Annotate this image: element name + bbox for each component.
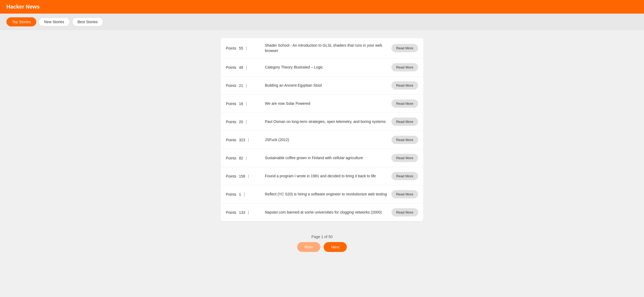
story-divider: | xyxy=(246,65,247,70)
story-points: 20 xyxy=(239,120,243,124)
story-points: 21 xyxy=(239,83,243,88)
story-row: Points 20 | Paul Osman on long-term stra… xyxy=(221,113,423,131)
story-title: Napster.com banned at some universities … xyxy=(261,210,391,215)
read-more-button[interactable]: Read More xyxy=(391,190,418,198)
story-points: 82 xyxy=(239,156,243,160)
app-header: Hacker News xyxy=(0,0,644,14)
story-title: JSFuck (2012) xyxy=(261,137,391,143)
story-row: Points 55 | Shader School - An introduct… xyxy=(221,38,423,58)
story-row: Points 1 | Reflect (YC S20) is hiring a … xyxy=(221,185,423,203)
read-more-button[interactable]: Read More xyxy=(391,63,418,71)
story-points: 49 xyxy=(239,65,243,70)
read-more-button[interactable]: Read More xyxy=(391,44,418,52)
read-more-button[interactable]: Read More xyxy=(391,118,418,126)
story-row: Points 158 | Found a program I wrote in … xyxy=(221,167,423,185)
story-points: 55 xyxy=(239,46,243,50)
story-meta: Points 20 | xyxy=(226,119,261,124)
story-title: Paul Osman on long-term strategies, open… xyxy=(261,119,391,125)
story-title: We are now Solar Powered xyxy=(261,101,391,106)
story-points: 323 xyxy=(239,138,245,142)
app-title: Hacker News xyxy=(6,4,40,10)
story-divider: | xyxy=(246,119,247,124)
story-row: Points 133 | Napster.com banned at some … xyxy=(221,203,423,221)
read-more-button[interactable]: Read More xyxy=(391,208,418,216)
story-title: Shader School - An introduction to GLSL … xyxy=(261,43,391,53)
story-title: Category Theory Illustrated – Logic xyxy=(261,65,391,70)
prev-button[interactable]: Prev xyxy=(297,242,320,252)
story-meta: Points 323 | xyxy=(226,138,261,142)
pagination-section: Page 1 of 50 Prev Next xyxy=(0,229,644,257)
story-divider: | xyxy=(246,83,247,88)
tab-top-stories[interactable]: Top Stories xyxy=(6,17,36,26)
story-points-label: Points xyxy=(226,192,236,196)
story-points: 158 xyxy=(239,174,245,178)
story-meta: Points 49 | xyxy=(226,65,261,70)
next-button[interactable]: Next xyxy=(324,242,347,252)
story-title: Sustainable coffee grown in Finland with… xyxy=(261,155,391,161)
pagination-buttons: Prev Next xyxy=(297,242,347,252)
read-more-button[interactable]: Read More xyxy=(391,81,418,90)
read-more-button[interactable]: Read More xyxy=(391,172,418,180)
story-divider: | xyxy=(248,138,249,142)
story-title: Found a program I wrote in 1981 and deci… xyxy=(261,174,391,179)
story-points-label: Points xyxy=(226,174,236,178)
story-divider: | xyxy=(246,156,247,160)
story-points-label: Points xyxy=(226,102,236,106)
story-divider: | xyxy=(246,46,247,51)
story-points-label: Points xyxy=(226,83,236,88)
page-info: Page 1 of 50 xyxy=(311,235,332,239)
tabs-navigation: Top Stories New Stories Best Stories xyxy=(0,14,644,30)
read-more-button[interactable]: Read More xyxy=(391,154,418,162)
story-divider: | xyxy=(248,174,249,179)
story-meta: Points 1 | xyxy=(226,192,261,197)
story-points-label: Points xyxy=(226,210,236,215)
story-meta: Points 21 | xyxy=(226,83,261,88)
story-divider: | xyxy=(248,210,249,215)
story-row: Points 82 | Sustainable coffee grown in … xyxy=(221,149,423,167)
story-title: Building an Ancient Egyptian Stool xyxy=(261,83,391,88)
story-points-label: Points xyxy=(226,138,236,142)
story-row: Points 21 | Building an Ancient Egyptian… xyxy=(221,77,423,95)
story-title: Reflect (YC S20) is hiring a software en… xyxy=(261,192,391,197)
story-points-label: Points xyxy=(226,65,236,70)
story-meta: Points 55 | xyxy=(226,46,261,51)
story-meta: Points 133 | xyxy=(226,210,261,215)
story-meta: Points 158 | xyxy=(226,174,261,179)
story-meta: Points 82 | xyxy=(226,156,261,160)
story-row: Points 16 | We are now Solar Powered Rea… xyxy=(221,95,423,113)
tab-best-stories[interactable]: Best Stories xyxy=(72,17,103,26)
story-meta: Points 16 | xyxy=(226,101,261,106)
story-points-label: Points xyxy=(226,46,236,50)
read-more-button[interactable]: Read More xyxy=(391,136,418,144)
story-divider: | xyxy=(244,192,245,197)
read-more-button[interactable]: Read More xyxy=(391,99,418,108)
stories-list: Points 55 | Shader School - An introduct… xyxy=(221,38,423,221)
story-row: Points 323 | JSFuck (2012) Read More xyxy=(221,131,423,149)
story-points-label: Points xyxy=(226,156,236,160)
story-points-label: Points xyxy=(226,120,236,124)
tab-new-stories[interactable]: New Stories xyxy=(38,17,70,26)
story-row: Points 49 | Category Theory Illustrated … xyxy=(221,58,423,77)
main-content: Points 55 | Shader School - An introduct… xyxy=(0,30,644,229)
story-points: 1 xyxy=(239,192,241,196)
story-points: 16 xyxy=(239,102,243,106)
story-points: 133 xyxy=(239,210,245,215)
story-divider: | xyxy=(246,101,247,106)
